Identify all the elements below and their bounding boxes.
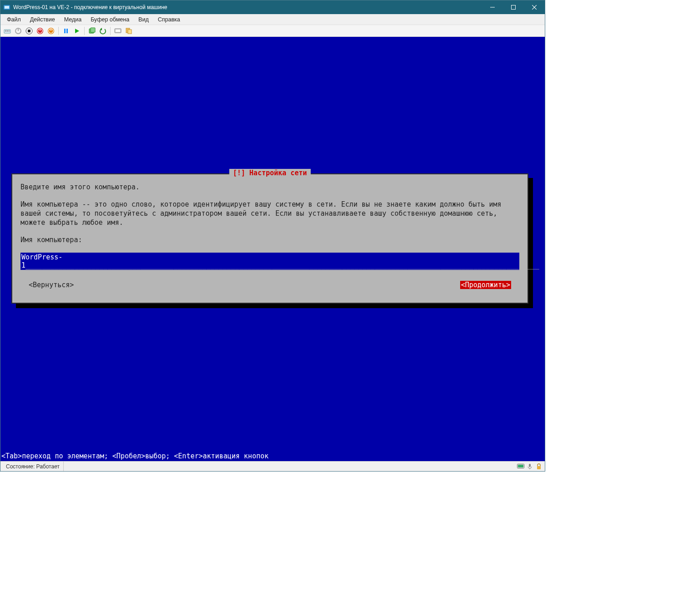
- checkpoint-button[interactable]: [87, 26, 97, 36]
- reset-button[interactable]: [46, 26, 56, 36]
- menu-action[interactable]: Действие: [26, 15, 59, 24]
- menu-clipboard[interactable]: Буфер обмена: [87, 15, 133, 24]
- start-button[interactable]: [72, 26, 82, 36]
- menubar: Файл Действие Медиа Буфер обмена Вид Спр…: [0, 14, 545, 25]
- svg-rect-32: [529, 464, 531, 467]
- toolbar: [0, 25, 545, 37]
- svg-rect-21: [66, 29, 68, 33]
- field-label: Имя компьютера:: [20, 235, 519, 244]
- lock-icon: [535, 462, 543, 471]
- svg-rect-13: [28, 30, 30, 32]
- pause-button[interactable]: [61, 26, 71, 36]
- stop-button[interactable]: [24, 26, 34, 36]
- dialog-explain: Имя компьютера -- это одно слово, которо…: [20, 200, 519, 227]
- keyboard-hint: <Tab>переход по элементам; <Пробел>выбор…: [0, 452, 545, 461]
- input-filler: ________________________________________…: [25, 261, 539, 269]
- installer-dialog: [!] Настройка сети Введите имя этого ком…: [11, 173, 528, 304]
- vm-console[interactable]: [!] Настройка сети Введите имя этого ком…: [0, 37, 545, 461]
- dialog-title: [!] Настройка сети: [229, 169, 311, 177]
- svg-rect-8: [7, 30, 8, 31]
- minimize-button[interactable]: [482, 0, 503, 14]
- enhanced-session-button[interactable]: [113, 26, 123, 36]
- microphone-icon: [526, 462, 534, 471]
- shutdown-button[interactable]: [35, 26, 45, 36]
- toolbar-separator: [110, 27, 111, 35]
- continue-button[interactable]: <Продолжить>: [460, 281, 511, 289]
- toolbar-separator: [84, 27, 85, 35]
- turnoff-gray-button[interactable]: [13, 26, 23, 36]
- menu-media[interactable]: Медиа: [61, 15, 85, 24]
- close-button[interactable]: [524, 0, 545, 14]
- app-icon: [3, 4, 10, 11]
- menu-view[interactable]: Вид: [135, 15, 152, 24]
- dialog-buttons: <Вернуться> <Продолжить>: [12, 270, 528, 294]
- window-title: WordPress-01 на VE-2 - подключение к вир…: [13, 4, 482, 10]
- display-icon: [517, 462, 525, 471]
- svg-rect-9: [9, 30, 10, 31]
- svg-rect-29: [128, 30, 132, 34]
- ctrl-alt-del-button[interactable]: [2, 26, 12, 36]
- hostname-input[interactable]: WordPress-1_____________________________…: [20, 253, 519, 270]
- maximize-button[interactable]: [503, 0, 524, 14]
- svg-rect-27: [116, 30, 120, 32]
- svg-rect-24: [91, 28, 95, 32]
- svg-rect-3: [512, 5, 516, 10]
- svg-rect-7: [5, 30, 6, 31]
- dialog-prompt: Введите имя этого компьютера.: [20, 183, 519, 192]
- svg-marker-22: [75, 29, 79, 33]
- svg-rect-31: [518, 465, 523, 467]
- menu-help[interactable]: Справка: [154, 15, 184, 24]
- svg-rect-20: [64, 29, 66, 33]
- toolbar-separator: [58, 27, 59, 35]
- statusbar: Состояние: Работает: [0, 461, 545, 471]
- dialog-body: Введите имя этого компьютера. Имя компью…: [12, 174, 528, 251]
- back-button[interactable]: <Вернуться>: [29, 281, 74, 289]
- window-controls: [482, 0, 545, 14]
- revert-button[interactable]: [98, 26, 108, 36]
- menu-file[interactable]: Файл: [3, 15, 25, 24]
- status-text: Состояние: Работает: [2, 462, 64, 471]
- window-titlebar: WordPress-01 на VE-2 - подключение к вир…: [0, 0, 545, 14]
- hostname-field-row: WordPress-1_____________________________…: [20, 253, 519, 270]
- share-button[interactable]: [124, 26, 134, 36]
- svg-rect-34: [537, 466, 541, 469]
- svg-rect-1: [5, 6, 9, 9]
